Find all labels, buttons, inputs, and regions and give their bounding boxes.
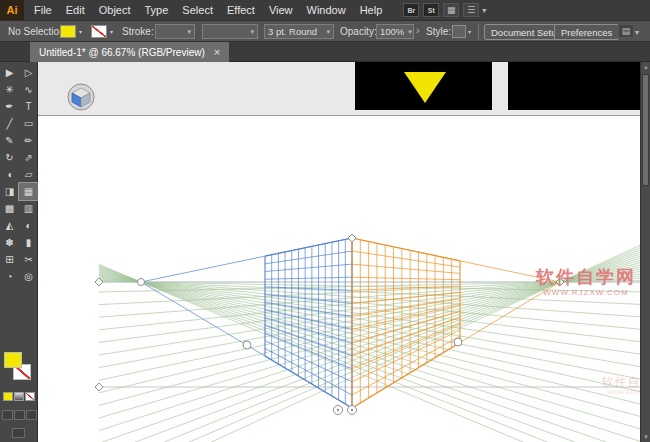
tool-grid: ▶▷✳∿✒T╱▭✎✏↻⇗◖▱◨▦▩▥◭◐✽▮⊞✂◔◎	[0, 62, 37, 285]
artboard-tool[interactable]: ⊞	[0, 251, 19, 268]
scroll-up-icon[interactable]: ▲	[641, 62, 650, 72]
line-segment-tool[interactable]: ╱	[0, 115, 19, 132]
menu-file[interactable]: File	[27, 0, 59, 20]
mesh-tool[interactable]: ▩	[0, 200, 19, 217]
width-tool[interactable]: ◖	[0, 166, 19, 183]
menu-items: FileEditObjectTypeSelectEffectViewWindow…	[27, 0, 389, 20]
blend-tool[interactable]: ◐	[19, 217, 38, 234]
illustrator-window: Ai FileEditObjectTypeSelectEffectViewWin…	[0, 0, 650, 442]
menu-edit[interactable]: Edit	[59, 0, 92, 20]
menu-type[interactable]: Type	[138, 0, 176, 20]
chevron-down-icon[interactable]: ▾	[79, 28, 82, 35]
draw-normal-button[interactable]	[2, 410, 13, 420]
scrollbar-thumb[interactable]	[642, 74, 649, 186]
type-tool[interactable]: T	[19, 98, 38, 115]
rectangle-tool[interactable]: ▭	[19, 115, 38, 132]
opacity-label: Opacity:	[340, 26, 377, 37]
paintbrush-tool[interactable]: ✎	[0, 132, 19, 149]
variable-width-combo[interactable]: ▾	[202, 24, 258, 39]
menu-view[interactable]: View	[262, 0, 300, 20]
panel-options-icon[interactable]: ▤	[618, 24, 634, 38]
lasso-tool[interactable]: ∿	[19, 81, 38, 98]
menu-effect[interactable]: Effect	[220, 0, 262, 20]
menu-window[interactable]: Window	[300, 0, 353, 20]
perspective-grid-tool[interactable]: ▦	[19, 183, 38, 200]
direct-selection-tool[interactable]: ▷	[19, 64, 38, 81]
chevron-down-icon[interactable]: ▾	[468, 28, 471, 35]
control-bar: No Selection ▾ ▾ Stroke: ▾ ▾ 3 pt. Round…	[0, 20, 650, 42]
chevron-right-icon[interactable]: ›	[416, 24, 420, 36]
draw-inside-button[interactable]	[26, 410, 37, 420]
column-graph-tool[interactable]: ▮	[19, 234, 38, 251]
gradient-mode-button[interactable]	[14, 392, 24, 401]
selection-tool[interactable]: ▶	[0, 64, 19, 81]
app-logo-icon: Ai	[0, 0, 24, 20]
close-icon[interactable]: ×	[214, 47, 220, 58]
divider	[478, 24, 479, 40]
menu-object[interactable]: Object	[92, 0, 138, 20]
arrange-documents-icon[interactable]: ▦	[443, 3, 459, 17]
selection-status: No Selection	[8, 26, 65, 37]
pencil-tool[interactable]: ✏	[19, 132, 38, 149]
perspective-grid[interactable]	[38, 62, 640, 442]
preferences-button[interactable]: Preferences	[554, 24, 619, 40]
chevron-down-icon[interactable]: ▾	[482, 6, 486, 15]
document-tab[interactable]: Untitled-1* @ 66.67% (RGB/Preview) ×	[30, 42, 229, 62]
stroke-label: Stroke:	[122, 26, 154, 37]
appbar-br-icon[interactable]: Br	[403, 3, 419, 17]
scroll-down-icon[interactable]: ▼	[641, 432, 650, 442]
screen-mode-button[interactable]	[12, 428, 25, 438]
workspace-icon[interactable]: ☰	[463, 3, 479, 17]
rotate-tool[interactable]: ↻	[0, 149, 19, 166]
watermark-faint: 软件自学网 WWW.RJZXW.COM	[594, 376, 640, 396]
gradient-tool[interactable]: ▥	[19, 200, 38, 217]
vertical-scrollbar[interactable]: ▲ ▼	[640, 62, 650, 442]
tools-panel: ▶▷✳∿✒T╱▭✎✏↻⇗◖▱◨▦▩▥◭◐✽▮⊞✂◔◎	[0, 62, 38, 442]
menu-select[interactable]: Select	[175, 0, 220, 20]
appbar-st-icon[interactable]: St	[423, 3, 439, 17]
style-label: Style:	[426, 26, 451, 37]
menu-help[interactable]: Help	[353, 0, 390, 20]
free-transform-tool[interactable]: ▱	[19, 166, 38, 183]
magic-wand-tool[interactable]: ✳	[0, 81, 19, 98]
watermark: 软件自学网 WWW.RJZXW.COM	[530, 267, 640, 297]
fill-swatch[interactable]	[4, 352, 22, 368]
chevron-down-icon[interactable]: ▾	[635, 28, 639, 37]
canvas[interactable]: 软件自学网 WWW.RJZXW.COM 软件自学网 WWW.RJZXW.COM	[38, 62, 640, 442]
stroke-color-swatch[interactable]	[91, 25, 107, 38]
plane-switching-widget[interactable]	[67, 83, 95, 111]
brush-definition-combo[interactable]: 3 pt. Round▾	[264, 24, 334, 39]
color-mode-button[interactable]	[3, 392, 13, 401]
eyedropper-tool[interactable]: ◭	[0, 217, 19, 234]
scale-tool[interactable]: ⇗	[19, 149, 38, 166]
none-mode-button[interactable]	[25, 392, 35, 401]
chevron-down-icon[interactable]: ▾	[110, 28, 113, 35]
document-tab-bar: Untitled-1* @ 66.67% (RGB/Preview) ×	[0, 42, 650, 62]
zoom-tool[interactable]: ◎	[19, 268, 38, 285]
pen-tool[interactable]: ✒	[0, 98, 19, 115]
stroke-weight-combo[interactable]: ▾	[155, 24, 195, 39]
menu-bar: Ai FileEditObjectTypeSelectEffectViewWin…	[0, 0, 650, 20]
document-title: Untitled-1* @ 66.67% (RGB/Preview)	[39, 47, 205, 58]
hand-tool[interactable]: ◔	[0, 268, 19, 285]
style-swatch[interactable]	[452, 25, 466, 38]
appbar-icons: BrSt	[399, 3, 439, 17]
symbol-sprayer-tool[interactable]: ✽	[0, 234, 19, 251]
draw-behind-button[interactable]	[14, 410, 25, 420]
slice-tool[interactable]: ✂	[19, 251, 38, 268]
opacity-combo[interactable]: 100%▾	[376, 24, 414, 39]
shape-builder-tool[interactable]: ◨	[0, 183, 19, 200]
fill-color-swatch[interactable]	[60, 25, 76, 38]
